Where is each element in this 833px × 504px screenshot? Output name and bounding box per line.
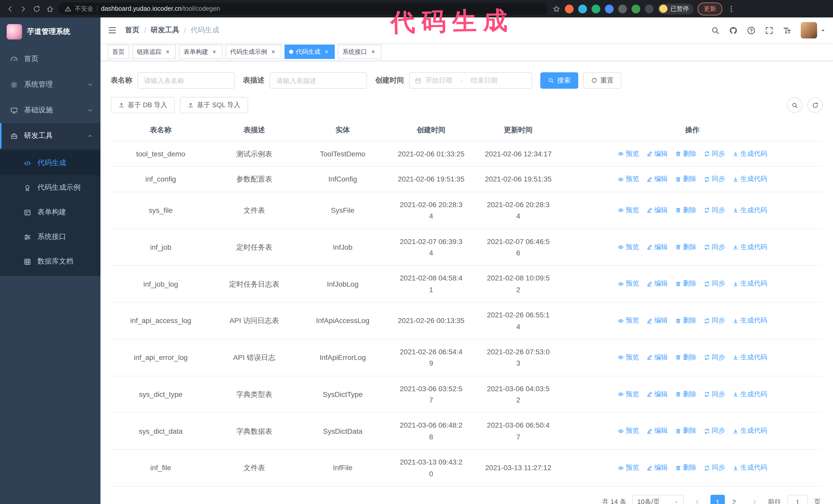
action-preview[interactable]: 预览: [617, 242, 639, 253]
action-generate[interactable]: 生成代码: [732, 315, 767, 326]
action-delete[interactable]: 删除: [675, 205, 696, 216]
action-preview[interactable]: 预览: [617, 149, 639, 160]
tags-view-tab[interactable]: 代码生成示例×: [225, 45, 281, 59]
action-edit[interactable]: 编辑: [646, 174, 668, 185]
action-delete[interactable]: 删除: [675, 315, 696, 326]
action-edit[interactable]: 编辑: [646, 242, 668, 253]
sidebar-item-form-build[interactable]: 表单构建: [0, 200, 100, 224]
tags-view-tab[interactable]: 系统接口×: [338, 45, 381, 59]
sidebar-item-infra[interactable]: 基础设施: [0, 97, 100, 123]
sidebar-item-devtools[interactable]: 研发工具: [0, 123, 100, 149]
breadcrumb-item[interactable]: 首页: [125, 26, 139, 35]
refresh-table-button[interactable]: [807, 97, 823, 113]
action-preview[interactable]: 预览: [617, 174, 639, 185]
action-edit[interactable]: 编辑: [646, 315, 668, 326]
action-sync[interactable]: 同步: [704, 462, 725, 473]
tags-view-tab[interactable]: 首页: [108, 45, 129, 59]
action-delete[interactable]: 删除: [675, 426, 696, 437]
bookmark-star-icon[interactable]: [552, 4, 561, 13]
action-edit[interactable]: 编辑: [646, 205, 668, 216]
action-generate[interactable]: 生成代码: [732, 352, 767, 363]
action-sync[interactable]: 同步: [704, 315, 725, 326]
profile-chip[interactable]: 已暂停: [658, 3, 694, 14]
action-generate[interactable]: 生成代码: [732, 389, 767, 400]
action-sync[interactable]: 同步: [704, 149, 725, 160]
import-db-button[interactable]: 基于 DB 导入: [111, 97, 175, 113]
action-preview[interactable]: 预览: [617, 205, 639, 216]
action-edit[interactable]: 编辑: [646, 389, 668, 400]
action-sync[interactable]: 同步: [704, 242, 725, 253]
action-preview[interactable]: 预览: [617, 352, 639, 363]
extension-green-check[interactable]: [592, 4, 600, 13]
page-button[interactable]: 1: [711, 495, 725, 504]
search-icon[interactable]: [711, 26, 720, 34]
extension-slate[interactable]: [618, 4, 627, 13]
search-button[interactable]: 搜索: [540, 72, 578, 89]
table-desc-input[interactable]: [270, 72, 367, 89]
github-icon[interactable]: [729, 26, 738, 34]
action-delete[interactable]: 删除: [675, 174, 696, 185]
action-generate[interactable]: 生成代码: [732, 426, 767, 437]
extension-lightblue[interactable]: [578, 4, 587, 13]
action-generate[interactable]: 生成代码: [732, 174, 767, 185]
goto-page-input[interactable]: [787, 495, 808, 504]
action-sync[interactable]: 同步: [704, 174, 725, 185]
action-generate[interactable]: 生成代码: [732, 462, 767, 473]
extension-orange[interactable]: [565, 4, 574, 13]
breadcrumb-item[interactable]: 研发工具: [151, 26, 180, 35]
date-range-picker[interactable]: 开始日期 - 结束日期: [409, 72, 532, 89]
browser-home-button[interactable]: [45, 4, 54, 13]
action-generate[interactable]: 生成代码: [732, 205, 767, 216]
update-button[interactable]: 更新: [698, 2, 722, 15]
action-delete[interactable]: 删除: [675, 242, 696, 253]
action-preview[interactable]: 预览: [617, 462, 639, 473]
action-sync[interactable]: 同步: [704, 279, 725, 289]
action-edit[interactable]: 编辑: [646, 352, 668, 363]
tag-close-icon[interactable]: ×: [370, 48, 377, 55]
tag-close-icon[interactable]: ×: [270, 48, 277, 55]
sidebar-item-codegen-demo[interactable]: 代码生成示例: [0, 175, 100, 200]
action-preview[interactable]: 预览: [617, 315, 639, 326]
action-edit[interactable]: 编辑: [646, 149, 668, 160]
extension-blue[interactable]: [605, 4, 614, 13]
browser-back-button[interactable]: [5, 4, 14, 13]
sidebar-item-codegen[interactable]: 代码生成: [0, 151, 100, 175]
tag-close-icon[interactable]: ×: [323, 48, 330, 55]
fullscreen-icon[interactable]: [765, 26, 774, 34]
action-edit[interactable]: 编辑: [646, 462, 668, 473]
action-delete[interactable]: 删除: [675, 352, 696, 363]
action-generate[interactable]: 生成代码: [732, 149, 767, 160]
action-edit[interactable]: 编辑: [646, 426, 668, 437]
import-sql-button[interactable]: 基于 SQL 导入: [180, 97, 248, 113]
sidebar-item-home[interactable]: 首页: [0, 46, 100, 72]
browser-forward-button[interactable]: [19, 4, 28, 13]
action-delete[interactable]: 删除: [675, 462, 696, 473]
browser-reload-button[interactable]: [32, 4, 41, 13]
action-sync[interactable]: 同步: [704, 352, 725, 363]
toggle-search-button[interactable]: [787, 97, 802, 113]
extension-puzzle[interactable]: [645, 4, 653, 13]
table-name-input[interactable]: [137, 72, 235, 89]
reset-button[interactable]: 重置: [584, 72, 621, 89]
action-preview[interactable]: 预览: [617, 426, 639, 437]
tag-close-icon[interactable]: ×: [211, 48, 218, 55]
action-delete[interactable]: 删除: [675, 149, 696, 160]
action-preview[interactable]: 预览: [617, 389, 639, 400]
tags-view-tab[interactable]: 表单构建×: [179, 45, 222, 59]
tags-view-tab[interactable]: 链路追踪×: [132, 45, 176, 59]
next-page-button[interactable]: [747, 495, 762, 504]
help-icon[interactable]: [747, 26, 756, 34]
sidebar-item-system[interactable]: 系统管理: [0, 72, 100, 97]
action-delete[interactable]: 删除: [675, 279, 696, 289]
sidebar-toggle-icon[interactable]: [108, 26, 117, 35]
browser-menu-icon[interactable]: [727, 4, 736, 13]
action-delete[interactable]: 删除: [675, 389, 696, 400]
action-sync[interactable]: 同步: [704, 426, 725, 437]
sidebar-item-db-doc[interactable]: 数据库文档: [0, 249, 100, 274]
page-size-select[interactable]: 10条/页: [633, 495, 684, 504]
action-generate[interactable]: 生成代码: [732, 279, 767, 289]
action-edit[interactable]: 编辑: [646, 279, 668, 289]
action-sync[interactable]: 同步: [704, 389, 725, 400]
sidebar-item-system-api[interactable]: 系统接口: [0, 224, 100, 249]
address-bar[interactable]: 不安全 dashboard.yudao.iocoder.cn/tool/code…: [58, 3, 547, 15]
